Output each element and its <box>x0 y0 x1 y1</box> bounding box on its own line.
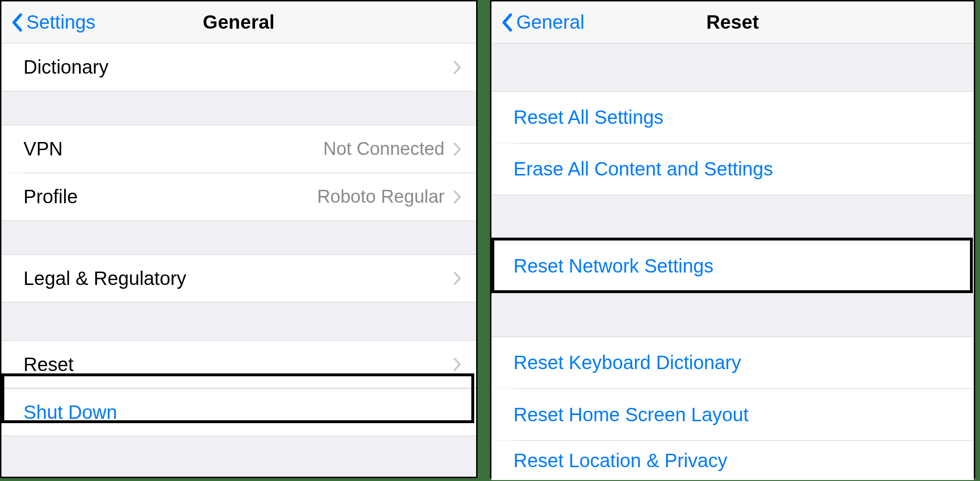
nav-bar-general: Settings General <box>1 1 476 44</box>
cell-reset-home[interactable]: Reset Home Screen Layout <box>491 389 974 440</box>
cell-legal-label: Legal & Regulatory <box>23 268 453 289</box>
cell-reset-keyboard[interactable]: Reset Keyboard Dictionary <box>491 337 974 388</box>
back-label: General <box>516 11 584 33</box>
group-gap <box>491 195 974 240</box>
chevron-right-icon <box>453 271 462 285</box>
cell-profile-value: Roboto Regular <box>317 186 445 207</box>
chevron-right-icon <box>453 190 462 204</box>
back-button-settings[interactable]: Settings <box>10 1 96 43</box>
cell-erase-all[interactable]: Erase All Content and Settings <box>491 143 974 195</box>
cell-reset-all-label: Reset All Settings <box>513 107 959 128</box>
chevron-left-icon <box>10 12 23 33</box>
chevron-right-icon <box>453 357 462 372</box>
group-gap <box>491 292 974 337</box>
nav-title-reset: Reset <box>706 11 759 33</box>
cell-reset-network[interactable]: Reset Network Settings <box>491 240 974 292</box>
nav-title-general: General <box>203 11 275 33</box>
cell-reset-all[interactable]: Reset All Settings <box>491 91 974 143</box>
cell-shutdown[interactable]: Shut Down <box>1 388 476 436</box>
group-gap <box>491 44 974 91</box>
cell-reset-network-label: Reset Network Settings <box>513 255 959 277</box>
chevron-left-icon <box>500 12 513 33</box>
cell-legal[interactable]: Legal & Regulatory <box>1 254 476 302</box>
cell-reset-home-label: Reset Home Screen Layout <box>513 404 959 426</box>
cell-reset-keyboard-label: Reset Keyboard Dictionary <box>513 352 959 373</box>
cell-reset[interactable]: Reset <box>1 340 476 388</box>
group-gap <box>1 221 476 254</box>
cell-vpn[interactable]: VPN Not Connected <box>1 125 476 173</box>
cell-reset-label: Reset <box>23 354 453 375</box>
cell-shutdown-label: Shut Down <box>23 402 462 423</box>
cell-erase-all-label: Erase All Content and Settings <box>513 158 959 180</box>
chevron-right-icon <box>453 142 462 156</box>
chevron-right-icon <box>453 60 462 75</box>
screenshot-panel-reset: General Reset Reset All Settings Erase A… <box>490 0 975 478</box>
cell-dictionary[interactable]: Dictionary <box>1 44 476 91</box>
cell-profile-label: Profile <box>23 186 317 208</box>
cell-reset-location[interactable]: Reset Location & Privacy <box>491 441 974 480</box>
group-gap <box>1 302 476 340</box>
group-gap <box>1 91 476 125</box>
nav-bar-reset: General Reset <box>491 1 974 44</box>
cell-vpn-value: Not Connected <box>323 139 445 159</box>
back-button-general[interactable]: General <box>500 1 584 43</box>
cell-reset-location-label: Reset Location & Privacy <box>513 450 959 471</box>
screenshot-panel-general: Settings General Dictionary VPN Not Conn… <box>0 0 478 478</box>
cell-vpn-label: VPN <box>23 138 323 160</box>
cell-dictionary-label: Dictionary <box>23 56 453 78</box>
back-label: Settings <box>26 11 96 33</box>
cell-profile[interactable]: Profile Roboto Regular <box>1 173 476 221</box>
